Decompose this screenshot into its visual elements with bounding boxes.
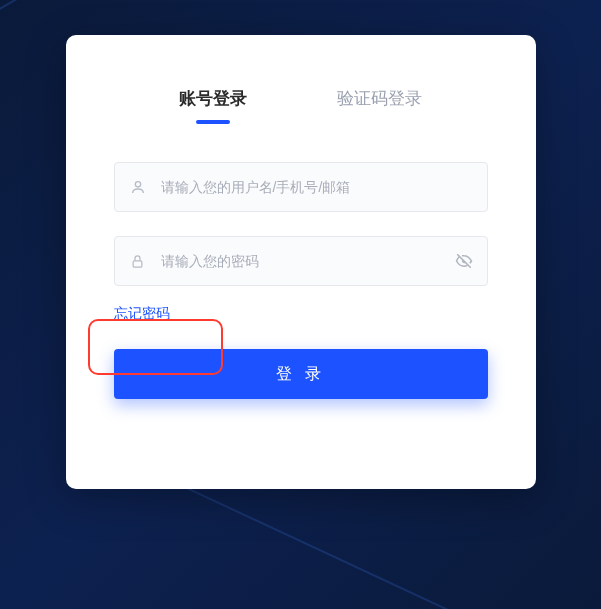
forgot-row: 忘记密码: [114, 304, 488, 323]
user-icon: [129, 178, 147, 196]
svg-rect-1: [133, 260, 142, 266]
username-input[interactable]: [161, 163, 473, 211]
login-button[interactable]: 登 录: [114, 349, 488, 399]
tab-account-login[interactable]: 账号登录: [179, 87, 247, 122]
svg-point-0: [135, 182, 140, 187]
password-input[interactable]: [161, 237, 455, 285]
lock-icon: [129, 252, 147, 270]
login-tabs: 账号登录 验证码登录: [114, 87, 488, 122]
username-input-group: [114, 162, 488, 212]
password-input-group: [114, 236, 488, 286]
tab-sms-login[interactable]: 验证码登录: [337, 87, 422, 122]
login-card: 账号登录 验证码登录 忘记密码 登 录: [66, 35, 536, 489]
eye-off-icon[interactable]: [455, 252, 473, 270]
forgot-password-link[interactable]: 忘记密码: [114, 305, 170, 323]
